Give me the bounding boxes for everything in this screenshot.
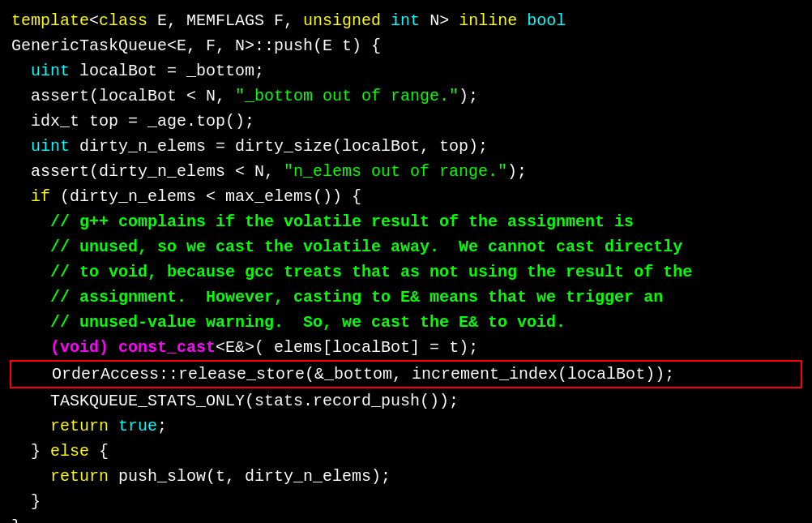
code-line-19: return push_slow(t, dirty_n_elems);	[11, 464, 801, 489]
code-line-5: idx_t top = _age.top();	[11, 109, 801, 134]
code-line-2: GenericTaskQueue<E, F, N>::push(E t) {	[11, 33, 801, 58]
code-line-17: return true;	[11, 414, 801, 439]
code-line-8: if (dirty_n_elems < max_elems()) {	[11, 184, 801, 209]
code-line-3: uint localBot = _bottom;	[11, 58, 801, 84]
code-line-13: // unused-value warning. So, we cast the…	[11, 310, 801, 335]
code-line-21: }	[11, 514, 801, 523]
code-line-11: // to void, because gcc treats that as n…	[11, 259, 801, 285]
code-line-1: template<class E, MEMFLAGS F, unsigned i…	[11, 8, 801, 33]
code-line-20: }	[11, 489, 801, 514]
code-line-9: // g++ complains if the volatile result …	[11, 209, 801, 234]
code-line-6: uint dirty_n_elems = dirty_size(localBot…	[11, 134, 801, 159]
code-line-16: TASKQUEUE_STATS_ONLY(stats.record_push()…	[11, 388, 801, 414]
code-line-18: } else {	[11, 439, 801, 464]
code-line-7: assert(dirty_n_elems < N, "n_elems out o…	[11, 159, 801, 184]
code-line-12: // assignment. However, casting to E& me…	[11, 285, 801, 310]
code-line-10: // unused, so we cast the volatile away.…	[11, 234, 801, 259]
code-line-15-highlighted: OrderAccess::release_store(&_bottom, inc…	[10, 360, 802, 388]
code-viewer: template<class E, MEMFLAGS F, unsigned i…	[0, 0, 812, 523]
code-line-14: (void) const_cast<E&>( elems[localBot] =…	[11, 335, 801, 360]
code-line-4: assert(localBot < N, "_bottom out of ran…	[11, 84, 801, 109]
